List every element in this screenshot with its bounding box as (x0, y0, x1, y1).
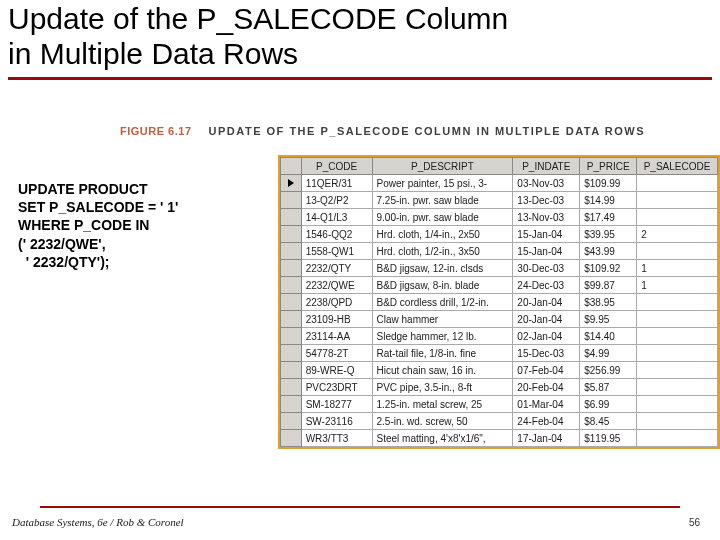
cell-date: 20-Jan-04 (513, 311, 580, 328)
table-row: 23114-AASledge hammer, 12 lb.02-Jan-04$1… (281, 328, 718, 345)
row-selector (281, 226, 302, 243)
cell-desc: Rat-tail file, 1/8-in. fine (372, 345, 513, 362)
data-table-wrapper: P_CODE P_DESCRIPT P_INDATE P_PRICE P_SAL… (278, 155, 720, 449)
title-line-2: in Multiple Data Rows (8, 37, 298, 70)
row-selector (281, 430, 302, 447)
cell-sale (637, 328, 718, 345)
cell-price: $8.45 (580, 413, 637, 430)
row-selector (281, 379, 302, 396)
table-row: SM-182771.25-in. metal screw, 2501-Mar-0… (281, 396, 718, 413)
cell-sale (637, 362, 718, 379)
table-row: 1546-QQ2Hrd. cloth, 1/4-in., 2x5015-Jan-… (281, 226, 718, 243)
cell-date: 17-Jan-04 (513, 430, 580, 447)
cell-price: $14.99 (580, 192, 637, 209)
cell-price: $109.99 (580, 175, 637, 192)
table-header-row: P_CODE P_DESCRIPT P_INDATE P_PRICE P_SAL… (281, 158, 718, 175)
cell-price: $38.95 (580, 294, 637, 311)
cell-date: 20-Jan-04 (513, 294, 580, 311)
cell-desc: Hrd. cloth, 1/2-in., 3x50 (372, 243, 513, 260)
row-selector (281, 175, 302, 192)
cell-code: SM-18277 (301, 396, 372, 413)
cell-desc: Claw hammer (372, 311, 513, 328)
table-row: 11QER/31Power painter, 15 psi., 3-03-Nov… (281, 175, 718, 192)
slide: Update of the P_SALECODE Column in Multi… (0, 0, 720, 540)
cell-price: $43.99 (580, 243, 637, 260)
row-selector (281, 243, 302, 260)
row-selector (281, 413, 302, 430)
cell-desc: B&D jigsaw, 12-in. clsds (372, 260, 513, 277)
cell-sale (637, 396, 718, 413)
cell-date: 15-Dec-03 (513, 345, 580, 362)
cell-code: 54778-2T (301, 345, 372, 362)
cell-date: 01-Mar-04 (513, 396, 580, 413)
cell-code: 11QER/31 (301, 175, 372, 192)
footer-rule (40, 506, 680, 508)
table-row: 2238/QPDB&D cordless drill, 1/2-in.20-Ja… (281, 294, 718, 311)
slide-title: Update of the P_SALECODE Column in Multi… (0, 0, 720, 71)
cell-date: 07-Feb-04 (513, 362, 580, 379)
figure-title: UPDATE OF THE P_SALECODE COLUMN IN MULTI… (209, 125, 645, 137)
cell-desc: Power painter, 15 psi., 3- (372, 175, 513, 192)
cell-sale (637, 430, 718, 447)
cell-date: 02-Jan-04 (513, 328, 580, 345)
table-row: 89-WRE-QHicut chain saw, 16 in.07-Feb-04… (281, 362, 718, 379)
cell-code: 1546-QQ2 (301, 226, 372, 243)
cell-price: $14.40 (580, 328, 637, 345)
title-line-1: Update of the P_SALECODE Column (8, 2, 508, 35)
table-body: 11QER/31Power painter, 15 psi., 3-03-Nov… (281, 175, 718, 447)
cell-desc: 1.25-in. metal screw, 25 (372, 396, 513, 413)
cell-price: $256.99 (580, 362, 637, 379)
cell-price: $17.49 (580, 209, 637, 226)
cell-sale (637, 175, 718, 192)
cell-date: 13-Nov-03 (513, 209, 580, 226)
cell-code: 23109-HB (301, 311, 372, 328)
cell-date: 30-Dec-03 (513, 260, 580, 277)
cell-desc: 2.5-in. wd. screw, 50 (372, 413, 513, 430)
figure-caption: FIGURE 6.17 UPDATE OF THE P_SALECODE COL… (120, 125, 645, 137)
cell-price: $39.95 (580, 226, 637, 243)
cell-sale: 1 (637, 277, 718, 294)
col-header-pdescript: P_DESCRIPT (372, 158, 513, 175)
cell-date: 20-Feb-04 (513, 379, 580, 396)
cell-date: 03-Nov-03 (513, 175, 580, 192)
cell-desc: Steel matting, 4'x8'x1/6", (372, 430, 513, 447)
cell-code: 89-WRE-Q (301, 362, 372, 379)
cell-date: 15-Jan-04 (513, 226, 580, 243)
col-header-pcode: P_CODE (301, 158, 372, 175)
cell-price: $9.95 (580, 311, 637, 328)
product-table: P_CODE P_DESCRIPT P_INDATE P_PRICE P_SAL… (280, 157, 718, 447)
cell-price: $109.92 (580, 260, 637, 277)
cell-code: 2232/QWE (301, 277, 372, 294)
cell-sale: 2 (637, 226, 718, 243)
footer-text: Database Systems, 6e / Rob & Coronel (12, 516, 184, 528)
row-selector (281, 260, 302, 277)
cell-desc: B&D cordless drill, 1/2-in. (372, 294, 513, 311)
cell-desc: Sledge hammer, 12 lb. (372, 328, 513, 345)
cell-sale (637, 243, 718, 260)
page-number: 56 (689, 517, 700, 528)
cell-sale (637, 345, 718, 362)
sql-code-block: UPDATE PRODUCT SET P_SALECODE = ' 1' WHE… (18, 180, 268, 271)
title-rule (8, 77, 712, 80)
cell-sale (637, 294, 718, 311)
row-selector (281, 328, 302, 345)
table-row: 1558-QW1Hrd. cloth, 1/2-in., 3x5015-Jan-… (281, 243, 718, 260)
cell-sale (637, 192, 718, 209)
col-header-pprice: P_PRICE (580, 158, 637, 175)
figure-number: FIGURE 6.17 (120, 125, 192, 137)
col-header-pindate: P_INDATE (513, 158, 580, 175)
table-row: 2232/QTYB&D jigsaw, 12-in. clsds30-Dec-0… (281, 260, 718, 277)
cell-code: 1558-QW1 (301, 243, 372, 260)
row-selector (281, 345, 302, 362)
cell-sale: 1 (637, 260, 718, 277)
cell-code: 13-Q2/P2 (301, 192, 372, 209)
cell-date: 24-Feb-04 (513, 413, 580, 430)
cell-desc: Hicut chain saw, 16 in. (372, 362, 513, 379)
cell-date: 24-Dec-03 (513, 277, 580, 294)
col-header-psalecode: P_SALECODE (637, 158, 718, 175)
table-row: 14-Q1/L39.00-in. pwr. saw blade13-Nov-03… (281, 209, 718, 226)
row-selector (281, 209, 302, 226)
cell-desc: Hrd. cloth, 1/4-in., 2x50 (372, 226, 513, 243)
cell-sale (637, 379, 718, 396)
cell-code: PVC23DRT (301, 379, 372, 396)
